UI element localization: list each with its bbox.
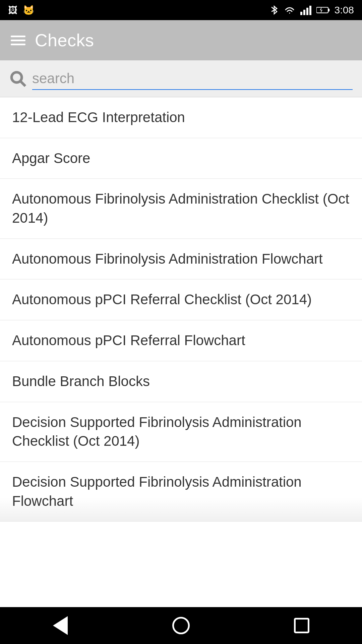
svg-rect-0: [300, 12, 302, 15]
svg-rect-1: [303, 10, 305, 15]
svg-rect-3: [309, 6, 311, 15]
bluetooth-icon: [269, 4, 279, 16]
search-input[interactable]: [32, 68, 353, 90]
signal-icon: [300, 5, 312, 15]
svg-line-7: [21, 81, 25, 86]
list-item[interactable]: Apgar Score: [0, 138, 362, 179]
checks-list: 12-Lead ECG InterpretationApgar ScoreAut…: [0, 97, 362, 607]
search-bar: [0, 60, 362, 97]
nav-bar: [0, 607, 362, 644]
menu-button[interactable]: [11, 36, 25, 45]
list-item[interactable]: Autonomous Fibrinolysis Administration F…: [0, 239, 362, 280]
list-item-text: Autonomous pPCI Referral Checklist (Oct …: [12, 290, 312, 309]
list-item-text: 12-Lead ECG Interpretation: [12, 108, 185, 127]
recent-button[interactable]: [288, 612, 315, 639]
list-item-text: Decision Supported Fibrinolysis Administ…: [12, 473, 350, 511]
list-item[interactable]: 12-Lead ECG Interpretation: [0, 97, 362, 138]
battery-icon: [316, 5, 330, 15]
status-bar: 🖼 🐱 3:08: [0, 0, 362, 20]
status-bar-left-icons: 🖼 🐱: [8, 5, 35, 16]
list-item[interactable]: Autonomous pPCI Referral Checklist (Oct …: [0, 279, 362, 320]
list-item-text: Decision Supported Fibrinolysis Administ…: [12, 413, 350, 451]
wifi-icon: [284, 5, 296, 15]
back-button[interactable]: [47, 612, 74, 639]
svg-rect-5: [328, 9, 329, 11]
search-icon-wrap: [9, 70, 27, 88]
list-item[interactable]: Bundle Branch Blocks: [0, 361, 362, 402]
display-icon: 🖼: [8, 5, 17, 16]
list-item-text: Autonomous pPCI Referral Flowchart: [12, 331, 245, 350]
status-bar-right-icons: 3:08: [269, 4, 354, 16]
list-item[interactable]: Decision Supported Fibrinolysis Administ…: [0, 462, 362, 522]
list-item[interactable]: Autonomous pPCI Referral Flowchart: [0, 320, 362, 361]
svg-rect-2: [306, 8, 308, 15]
list-item[interactable]: Autonomous Fibrinolysis Administration C…: [0, 179, 362, 238]
status-time: 3:08: [335, 4, 354, 16]
list-item-text: Apgar Score: [12, 149, 90, 168]
list-item-text: Bundle Branch Blocks: [12, 372, 150, 391]
list-item[interactable]: Decision Supported Fibrinolysis Administ…: [0, 402, 362, 462]
svg-point-6: [12, 72, 22, 82]
notification-icon: 🐱: [23, 5, 35, 16]
app-bar: Checks: [0, 20, 362, 60]
home-button[interactable]: [168, 612, 194, 639]
list-item-text: Autonomous Fibrinolysis Administration C…: [12, 190, 350, 227]
search-icon: [9, 70, 27, 88]
list-item-text: Autonomous Fibrinolysis Administration F…: [12, 250, 323, 269]
app-bar-title: Checks: [35, 30, 94, 50]
